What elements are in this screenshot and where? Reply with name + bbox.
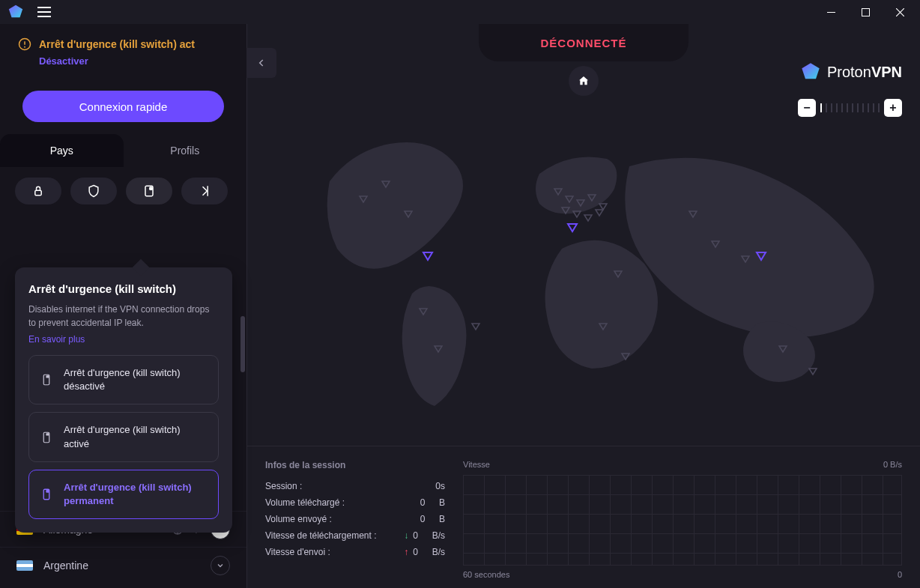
sidebar-tabs: Pays Profils: [0, 134, 246, 167]
titlebar-left: [3, 4, 51, 20]
chart-label-bottom-left: 60 secondes: [463, 570, 509, 579]
kill-switch-icon[interactable]: [126, 178, 172, 204]
secure-core-icon[interactable]: [15, 178, 61, 204]
stat-label: Vitesse de téléchargement :: [265, 530, 377, 541]
stat-unit: B: [439, 497, 445, 508]
svg-rect-12: [46, 433, 49, 434]
kill-switch-popup: Arrêt d'urgence (kill switch) Disables i…: [15, 267, 232, 533]
country-name: Argentine: [43, 560, 200, 572]
tab-profiles[interactable]: Profils: [124, 134, 247, 167]
phone-icon: [40, 488, 53, 501]
collapse-sidebar-button[interactable]: [246, 48, 276, 78]
chart-grid: [463, 475, 902, 566]
window-controls: [814, 0, 917, 24]
stat-label: Volume envoyé :: [265, 514, 332, 524]
status-wrap: DÉCONNECTÉ: [479, 24, 689, 61]
zoom-ticks: [820, 103, 880, 112]
brand-name-1: Proton: [827, 64, 871, 80]
minimize-button[interactable]: [814, 0, 848, 24]
svg-rect-14: [46, 491, 49, 492]
upload-arrow-icon: ↑: [404, 547, 408, 557]
chevron-down-icon: [216, 561, 225, 570]
home-button[interactable]: [569, 66, 599, 96]
kill-switch-option-on[interactable]: Arrêt d'urgence (kill switch) activé: [28, 412, 219, 461]
titlebar: [0, 0, 920, 24]
main-area: Arrêt d'urgence (kill switch) act Désact…: [0, 24, 920, 588]
country-actions: [211, 556, 230, 575]
svg-rect-1: [862, 8, 869, 16]
phone-icon: [40, 431, 53, 444]
stat-value: 0: [413, 530, 418, 541]
chevron-left-icon: [256, 58, 267, 68]
disable-link[interactable]: Désactiver: [18, 55, 229, 67]
stat-label: Volume téléchargé :: [265, 497, 345, 508]
warning-text: Arrêt d'urgence (kill switch) act: [39, 38, 195, 50]
chart-label-right: 0 B/s: [883, 460, 902, 469]
feature-icon-row: [0, 167, 246, 215]
option-label: Arrêt d'urgence (kill switch) activé: [64, 423, 208, 450]
stat-value: 0: [413, 547, 418, 557]
popup-description: Disables internet if the VPN connection …: [28, 303, 219, 330]
kill-switch-option-permanent[interactable]: Arrêt d'urgence (kill switch) permanent: [28, 470, 219, 519]
maximize-button[interactable]: [848, 0, 883, 24]
phone-icon: [40, 373, 53, 387]
stat-value: 0: [420, 514, 426, 524]
tab-countries[interactable]: Pays: [0, 134, 124, 167]
chart-label-left: Vitesse: [463, 460, 490, 469]
world-map[interactable]: [300, 114, 914, 428]
kill-switch-option-off[interactable]: Arrêt d'urgence (kill switch) désactivé: [28, 355, 219, 404]
country-row-argentina[interactable]: Argentine: [0, 547, 246, 583]
option-label: Arrêt d'urgence (kill switch) permanent: [64, 481, 208, 508]
stat-unit: B/s: [432, 547, 445, 557]
learn-more-link[interactable]: En savoir plus: [28, 334, 219, 345]
proton-logo-small: [7, 4, 24, 20]
svg-rect-10: [46, 376, 49, 378]
svg-point-4: [24, 46, 25, 48]
brand-logo: ProtonVPN: [800, 61, 902, 82]
port-forwarding-icon[interactable]: [181, 178, 228, 204]
session-footer: Infos de la session Session :0s Volume t…: [247, 446, 920, 588]
stat-label: Session :: [265, 481, 302, 491]
home-icon: [578, 75, 590, 87]
session-title: Infos de la session: [265, 460, 445, 470]
stat-value: 0: [420, 497, 426, 508]
stat-label: Vitesse d'envoi :: [265, 547, 330, 557]
popup-title: Arrêt d'urgence (kill switch): [28, 282, 219, 295]
expand-button[interactable]: [211, 556, 230, 575]
speed-chart: Vitesse 0 B/s 60 secondes 0: [463, 460, 902, 579]
stat-unit: B/s: [432, 530, 445, 541]
connection-status: DÉCONNECTÉ: [479, 24, 689, 61]
map-area[interactable]: DÉCONNECTÉ ProtonVPN − +: [247, 24, 920, 588]
svg-rect-7: [150, 187, 152, 190]
sidebar-scrollbar[interactable]: [240, 316, 245, 372]
session-info-panel: Infos de la session Session :0s Volume t…: [265, 460, 445, 579]
warning-icon: [18, 37, 31, 51]
proton-logo-icon: [800, 61, 821, 82]
quick-connect-button[interactable]: Connexion rapide: [22, 91, 224, 122]
stat-unit: B: [439, 514, 445, 524]
download-arrow-icon: ↓: [404, 530, 408, 541]
close-button[interactable]: [883, 0, 917, 24]
svg-rect-0: [827, 12, 835, 13]
netshield-icon[interactable]: [70, 178, 117, 204]
stat-value: 0s: [435, 481, 445, 491]
option-label: Arrêt d'urgence (kill switch) désactivé: [64, 366, 208, 393]
chart-label-bottom-right: 0: [898, 570, 902, 579]
brand-name-2: VPN: [871, 64, 902, 80]
hamburger-menu-icon[interactable]: [37, 7, 51, 17]
svg-rect-5: [35, 190, 41, 196]
sidebar: Arrêt d'urgence (kill switch) act Désact…: [0, 24, 247, 588]
kill-switch-warning-banner: Arrêt d'urgence (kill switch) act Désact…: [0, 24, 246, 77]
kill-switch-options: Arrêt d'urgence (kill switch) désactivé …: [28, 355, 219, 519]
flag-argentina: [16, 560, 33, 571]
